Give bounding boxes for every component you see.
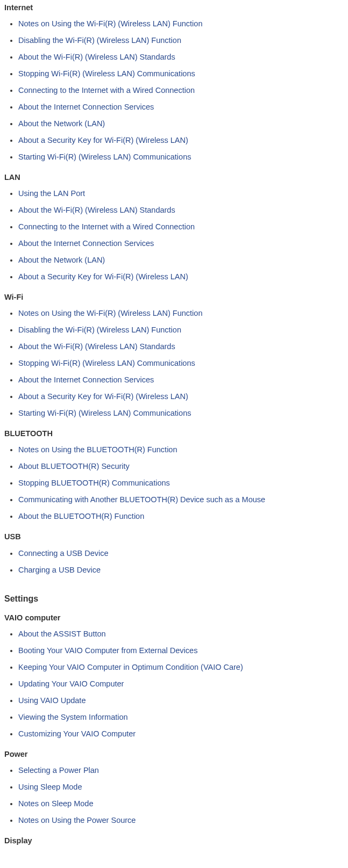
- link-list: Notes on Using the Wi-Fi(R) (Wireless LA…: [4, 17, 344, 164]
- help-link[interactable]: Using VAIO Update: [18, 696, 86, 705]
- list-item: Disabling the Wi-Fi(R) (Wireless LAN) Fu…: [18, 33, 344, 48]
- list-item: Notes on Sleep Mode: [18, 797, 344, 811]
- help-link[interactable]: Stopping Wi-Fi(R) (Wireless LAN) Communi…: [18, 359, 195, 367]
- help-link[interactable]: Notes on Using the Power Source: [18, 816, 136, 824]
- list-item: Using VAIO Update: [18, 693, 344, 708]
- help-link[interactable]: Stopping BLUETOOTH(R) Communications: [18, 479, 170, 487]
- document-body: InternetNotes on Using the Wi-Fi(R) (Wir…: [4, 2, 344, 847]
- help-link[interactable]: Notes on Using the Wi-Fi(R) (Wireless LA…: [18, 309, 202, 317]
- help-link[interactable]: Starting Wi-Fi(R) (Wireless LAN) Communi…: [18, 409, 191, 417]
- list-item: Viewing the System Information: [18, 710, 344, 725]
- group-heading: LAN: [4, 172, 344, 183]
- help-link[interactable]: About a Security Key for Wi-Fi(R) (Wirel…: [18, 136, 188, 144]
- list-item: Notes on Using the BLUETOOTH(R) Function: [18, 443, 344, 457]
- list-item: About the Internet Connection Services: [18, 236, 344, 251]
- help-link[interactable]: Communicating with Another BLUETOOTH(R) …: [18, 495, 265, 504]
- help-link[interactable]: About the Internet Connection Services: [18, 375, 154, 384]
- list-item: Charging a USB Device: [18, 563, 344, 577]
- help-link[interactable]: About BLUETOOTH(R) Security: [18, 462, 130, 471]
- link-list: Selecting a Power PlanUsing Sleep ModeNo…: [4, 763, 344, 828]
- list-item: Customizing Your VAIO Computer: [18, 727, 344, 741]
- list-item: About the ASSIST Button: [18, 627, 344, 641]
- list-item: About the Wi-Fi(R) (Wireless LAN) Standa…: [18, 339, 344, 354]
- help-link[interactable]: About the ASSIST Button: [18, 630, 106, 638]
- link-list: Using the LAN PortAbout the Wi-Fi(R) (Wi…: [4, 186, 344, 284]
- group-heading: VAIO computer: [4, 612, 344, 624]
- help-link[interactable]: About the Network (LAN): [18, 256, 105, 264]
- list-item: Stopping Wi-Fi(R) (Wireless LAN) Communi…: [18, 356, 344, 371]
- list-item: Using Sleep Mode: [18, 780, 344, 794]
- list-item: About the Network (LAN): [18, 117, 344, 131]
- list-item: Keeping Your VAIO Computer in Optimum Co…: [18, 660, 344, 675]
- list-item: Starting Wi-Fi(R) (Wireless LAN) Communi…: [18, 150, 344, 164]
- group-heading: BLUETOOTH: [4, 428, 344, 439]
- help-link[interactable]: Notes on Using the Wi-Fi(R) (Wireless LA…: [18, 19, 202, 28]
- help-link[interactable]: About the Internet Connection Services: [18, 239, 154, 248]
- help-link[interactable]: About the Wi-Fi(R) (Wireless LAN) Standa…: [18, 53, 175, 61]
- list-item: About the Wi-Fi(R) (Wireless LAN) Standa…: [18, 203, 344, 218]
- help-link[interactable]: Connecting to the Internet with a Wired …: [18, 222, 195, 231]
- group-heading: Power: [4, 749, 344, 760]
- group-heading: Internet: [4, 2, 344, 13]
- list-item: Updating Your VAIO Computer: [18, 677, 344, 691]
- help-link[interactable]: Connecting to the Internet with a Wired …: [18, 86, 195, 95]
- list-item: About BLUETOOTH(R) Security: [18, 459, 344, 474]
- list-item: Selecting a Power Plan: [18, 763, 344, 778]
- list-item: Starting Wi-Fi(R) (Wireless LAN) Communi…: [18, 406, 344, 421]
- list-item: Stopping BLUETOOTH(R) Communications: [18, 476, 344, 490]
- link-list: Connecting a USB DeviceCharging a USB De…: [4, 546, 344, 577]
- help-link[interactable]: Viewing the System Information: [18, 713, 128, 721]
- help-link[interactable]: Notes on Sleep Mode: [18, 799, 93, 808]
- help-link[interactable]: Updating Your VAIO Computer: [18, 679, 124, 688]
- link-list: About the ASSIST ButtonBooting Your VAIO…: [4, 627, 344, 741]
- list-item: Communicating with Another BLUETOOTH(R) …: [18, 493, 344, 507]
- help-link[interactable]: Charging a USB Device: [18, 566, 101, 574]
- list-item: Notes on Using the Power Source: [18, 813, 344, 828]
- list-item: About the Internet Connection Services: [18, 100, 344, 114]
- help-link[interactable]: Disabling the Wi-Fi(R) (Wireless LAN) Fu…: [18, 326, 181, 334]
- help-link[interactable]: Selecting a Power Plan: [18, 766, 99, 775]
- list-item: Stopping Wi-Fi(R) (Wireless LAN) Communi…: [18, 67, 344, 81]
- link-list: Notes on Using the BLUETOOTH(R) Function…: [4, 443, 344, 524]
- list-item: About the Internet Connection Services: [18, 373, 344, 387]
- list-item: Connecting to the Internet with a Wired …: [18, 83, 344, 98]
- list-item: Booting Your VAIO Computer from External…: [18, 643, 344, 658]
- help-link[interactable]: Disabling the Wi-Fi(R) (Wireless LAN) Fu…: [18, 36, 181, 45]
- list-item: About the BLUETOOTH(R) Function: [18, 509, 344, 524]
- list-item: Disabling the Wi-Fi(R) (Wireless LAN) Fu…: [18, 323, 344, 337]
- help-link[interactable]: Customizing Your VAIO Computer: [18, 729, 136, 738]
- list-item: Notes on Using the Wi-Fi(R) (Wireless LA…: [18, 306, 344, 321]
- link-list: Notes on Using the Wi-Fi(R) (Wireless LA…: [4, 306, 344, 421]
- section-heading: Settings: [4, 592, 344, 605]
- list-item: About the Wi-Fi(R) (Wireless LAN) Standa…: [18, 50, 344, 64]
- list-item: About the Network (LAN): [18, 253, 344, 267]
- help-link[interactable]: Connecting a USB Device: [18, 549, 109, 558]
- help-link[interactable]: Starting Wi-Fi(R) (Wireless LAN) Communi…: [18, 153, 191, 161]
- help-link[interactable]: Using Sleep Mode: [18, 783, 82, 791]
- list-item: About a Security Key for Wi-Fi(R) (Wirel…: [18, 133, 344, 148]
- help-link[interactable]: Keeping Your VAIO Computer in Optimum Co…: [18, 663, 243, 671]
- help-link[interactable]: Using the LAN Port: [18, 189, 85, 198]
- help-link[interactable]: About the Internet Connection Services: [18, 103, 154, 111]
- group-heading: Wi-Fi: [4, 292, 344, 303]
- help-link[interactable]: About a Security Key for Wi-Fi(R) (Wirel…: [18, 272, 188, 281]
- help-link[interactable]: Booting Your VAIO Computer from External…: [18, 646, 197, 655]
- help-link[interactable]: About the BLUETOOTH(R) Function: [18, 512, 144, 520]
- list-item: About a Security Key for Wi-Fi(R) (Wirel…: [18, 270, 344, 284]
- list-item: Connecting to the Internet with a Wired …: [18, 220, 344, 234]
- help-link[interactable]: Notes on Using the BLUETOOTH(R) Function: [18, 445, 177, 454]
- list-item: Notes on Using the Wi-Fi(R) (Wireless LA…: [18, 17, 344, 31]
- list-item: Using the LAN Port: [18, 186, 344, 201]
- group-heading: Display: [4, 835, 344, 847]
- help-link[interactable]: About the Wi-Fi(R) (Wireless LAN) Standa…: [18, 342, 175, 351]
- help-link[interactable]: About a Security Key for Wi-Fi(R) (Wirel…: [18, 392, 188, 401]
- help-link[interactable]: About the Network (LAN): [18, 119, 105, 128]
- help-link[interactable]: Stopping Wi-Fi(R) (Wireless LAN) Communi…: [18, 69, 195, 78]
- list-item: About a Security Key for Wi-Fi(R) (Wirel…: [18, 389, 344, 404]
- group-heading: USB: [4, 531, 344, 542]
- help-link[interactable]: About the Wi-Fi(R) (Wireless LAN) Standa…: [18, 206, 175, 214]
- list-item: Connecting a USB Device: [18, 546, 344, 561]
